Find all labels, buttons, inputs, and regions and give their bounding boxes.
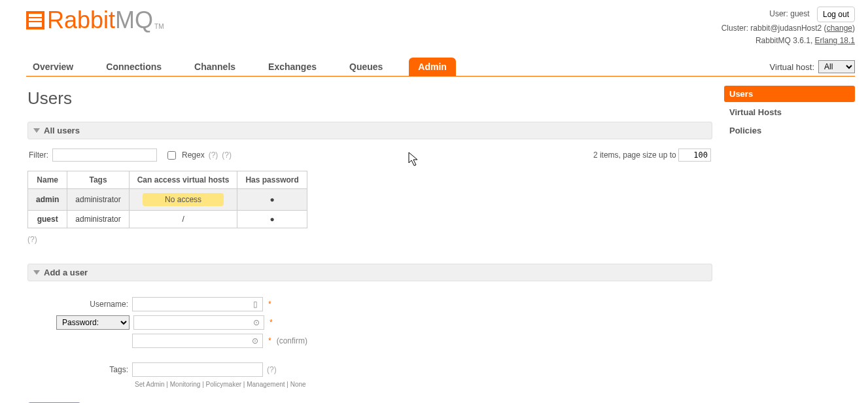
users-table: Name Tags Can access virtual hosts Has p… (27, 171, 307, 228)
password-confirm-input[interactable] (132, 334, 263, 348)
required-star: * (268, 336, 271, 345)
cell-tags: administrator (67, 189, 129, 211)
user-label: User: (769, 9, 788, 18)
sidebar-item-policies[interactable]: Policies (724, 122, 855, 139)
tab-channels[interactable]: Channels (188, 58, 242, 76)
password-type-select[interactable]: Password: (56, 315, 130, 330)
version-label: RabbitMQ 3.6.1, (755, 36, 812, 45)
sidebar-item-vhosts[interactable]: Virtual Hosts (724, 104, 855, 120)
table-row[interactable]: admin administrator No access ● (28, 189, 307, 211)
help-regex[interactable]: (?) (209, 150, 218, 160)
no-access-badge: No access (143, 193, 224, 206)
required-star: * (269, 318, 273, 327)
tab-exchanges[interactable]: Exchanges (262, 58, 323, 76)
cell-password: ● (237, 189, 307, 211)
user-value: guest (790, 9, 809, 18)
logo: RabbitMQ TM (26, 7, 164, 34)
cell-vhost: / (129, 211, 237, 228)
section-all-users[interactable]: All users (27, 122, 712, 139)
help-tags[interactable]: (?) (267, 365, 277, 374)
admin-sidebar: Users Virtual Hosts Policies (724, 86, 855, 141)
filter-label: Filter: (29, 150, 48, 160)
section-add-user-label: Add a user (44, 268, 88, 277)
table-row[interactable]: guest administrator / ● (28, 211, 307, 228)
filter-input[interactable] (52, 149, 157, 162)
vhost-select[interactable]: All (818, 60, 855, 73)
confirm-label: (confirm) (277, 336, 307, 345)
tab-admin[interactable]: Admin (409, 58, 456, 76)
logo-text-mq: MQ (115, 7, 153, 34)
vhost-label: Virtual host: (770, 62, 814, 72)
section-all-users-label: All users (44, 126, 80, 135)
rabbitmq-icon (26, 11, 44, 29)
tab-overview[interactable]: Overview (26, 58, 80, 76)
regex-checkbox[interactable] (167, 151, 176, 160)
logo-text-rabbit: Rabbit (47, 7, 115, 34)
th-name[interactable]: Name (28, 171, 67, 189)
items-label: 2 items, page size up to (593, 150, 676, 160)
th-vhosts[interactable]: Can access virtual hosts (129, 171, 237, 189)
nav-tabs: Overview Connections Channels Exchanges … (26, 58, 456, 76)
tag-shortcuts[interactable]: Set Admin | Monitoring | Policymaker | M… (135, 381, 712, 388)
help-table[interactable]: (?) (27, 235, 712, 244)
password-input[interactable] (133, 315, 264, 330)
th-password[interactable]: Has password (237, 171, 307, 189)
chevron-down-icon (33, 128, 40, 133)
th-tags[interactable]: Tags (67, 171, 129, 189)
cluster-value: rabbit@judasnHost2 (750, 24, 822, 33)
username-input[interactable] (132, 297, 263, 311)
tags-label: Tags: (27, 365, 132, 374)
change-link[interactable]: change (827, 24, 852, 33)
page-title: Users (27, 88, 712, 109)
chevron-down-icon (33, 270, 40, 275)
username-label: Username: (27, 300, 132, 309)
regex-label: Regex (182, 150, 205, 160)
help-filter[interactable]: (?) (222, 150, 232, 160)
tab-queues[interactable]: Queues (343, 58, 389, 76)
logout-button[interactable]: Log out (817, 7, 855, 22)
tags-input[interactable] (132, 362, 263, 377)
cluster-label: Cluster: (721, 24, 748, 33)
sidebar-item-users[interactable]: Users (724, 86, 855, 102)
cell-name: guest (28, 211, 67, 228)
cell-password: ● (237, 211, 307, 228)
section-add-user[interactable]: Add a user (27, 264, 712, 281)
cell-name: admin (28, 189, 67, 211)
tab-connections[interactable]: Connections (99, 58, 168, 76)
cell-tags: administrator (67, 211, 129, 228)
page-size-input[interactable] (678, 149, 711, 162)
erlang-link[interactable]: Erlang 18.1 (815, 36, 855, 45)
cell-vhost: No access (129, 189, 237, 211)
logo-tm: TM (154, 23, 164, 30)
required-star: * (268, 300, 271, 309)
